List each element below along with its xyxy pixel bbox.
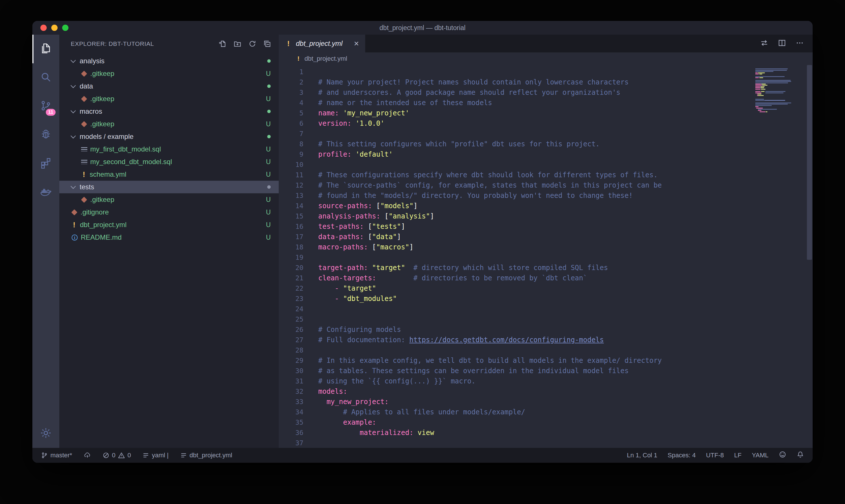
code-line-15[interactable]: 15analysis-paths: ["analysis"]	[279, 211, 813, 221]
line-number: 13	[279, 191, 318, 201]
tree-file-gitignore[interactable]: .gitignoreU	[59, 206, 279, 218]
code-line-36[interactable]: 36 materialized: view	[279, 428, 813, 438]
breadcrumb-file[interactable]: dbt_project.yml	[305, 55, 347, 62]
code-line-3[interactable]: 3# and underscores. A good package name …	[279, 87, 813, 98]
code-line-11[interactable]: 11# These configurations specify where d…	[279, 170, 813, 180]
tree-item-label: my_first_dbt_model.sql	[90, 145, 161, 153]
code-line-17[interactable]: 17data-paths: ["data"]	[279, 232, 813, 242]
code-line-12[interactable]: 12# The `source-paths` config, for examp…	[279, 180, 813, 191]
tree-folder-models-example[interactable]: models / example	[59, 130, 279, 143]
code-line-23[interactable]: 23 - "dbt_modules"	[279, 293, 813, 304]
publish-changes-button[interactable]	[84, 452, 91, 459]
tree-file-my-first-dbt-model-sql[interactable]: my_first_dbt_model.sqlU	[59, 143, 279, 156]
breadcrumb[interactable]: ! dbt_project.yml	[279, 52, 813, 65]
code-line-28[interactable]: 28	[279, 345, 813, 355]
code-line-29[interactable]: 29# In this example config, we tell dbt …	[279, 355, 813, 366]
code-line-27[interactable]: 27# Full documentation: https://docs.get…	[279, 335, 813, 345]
zoom-window-button[interactable]	[62, 25, 69, 31]
code-line-13[interactable]: 13# found in the "models/" directory. Yo…	[279, 191, 813, 201]
line-number: 10	[279, 160, 318, 170]
yaml-schema-status[interactable]: yaml |	[142, 452, 168, 459]
line-number: 21	[279, 273, 318, 283]
code-line-10[interactable]: 10	[279, 160, 813, 170]
tree-file-schema-yml[interactable]: !schema.ymlU	[59, 168, 279, 181]
tree-file-gitkeep[interactable]: .gitkeepU	[59, 118, 279, 130]
code-line-6[interactable]: 6version: '1.0.0'	[279, 118, 813, 129]
code-line-30[interactable]: 30# as tables. These settings can be ove…	[279, 366, 813, 376]
open-changes-icon[interactable]	[760, 39, 769, 48]
code-line-8[interactable]: 8# This setting configures which "profil…	[279, 139, 813, 149]
language-mode-status[interactable]: YAML	[752, 452, 769, 459]
activitybar-explorer[interactable]	[32, 35, 59, 63]
code-line-33[interactable]: 33 my_new_project:	[279, 397, 813, 407]
code-line-16[interactable]: 16test-paths: ["tests"]	[279, 221, 813, 232]
activitybar-debug[interactable]	[32, 121, 59, 149]
notifications-bell-icon[interactable]	[796, 451, 804, 460]
code-line-34[interactable]: 34 # Applies to all files under models/e…	[279, 407, 813, 417]
code-line-26[interactable]: 26# Configuring models	[279, 324, 813, 335]
feedback-smiley-icon[interactable]	[779, 451, 786, 460]
tree-file-readme-md[interactable]: iREADME.mdU	[59, 231, 279, 244]
list-selection-icon	[142, 452, 149, 459]
indentation-status[interactable]: Spaces: 4	[668, 452, 696, 459]
tab-dbt-project-yml[interactable]: ! dbt_project.yml ×	[279, 35, 365, 52]
code-line-31[interactable]: 31# using the `{{ config(...) }}` macro.	[279, 376, 813, 386]
close-window-button[interactable]	[40, 25, 47, 31]
tree-file-gitkeep[interactable]: .gitkeepU	[59, 193, 279, 206]
code-line-32[interactable]: 32models:	[279, 386, 813, 397]
code-line-19[interactable]: 19	[279, 252, 813, 263]
tree-item-label: schema.yml	[90, 170, 126, 178]
code-line-21[interactable]: 21clean-targets: # directories to be rem…	[279, 273, 813, 283]
cursor-position-status[interactable]: Ln 1, Col 1	[627, 452, 657, 459]
tree-file-gitkeep[interactable]: .gitkeepU	[59, 92, 279, 105]
code-line-35[interactable]: 35 example:	[279, 417, 813, 428]
new-file-icon[interactable]	[219, 40, 227, 48]
collapse-folders-icon[interactable]	[263, 40, 271, 48]
code-line-9[interactable]: 9profile: 'default'	[279, 149, 813, 160]
code-line-22[interactable]: 22 - "target"	[279, 283, 813, 293]
tab-close-icon[interactable]: ×	[354, 39, 359, 48]
warnings-icon	[118, 452, 125, 459]
tree-folder-tests[interactable]: tests	[59, 181, 279, 193]
line-number: 22	[279, 283, 318, 293]
new-folder-icon[interactable]	[233, 40, 241, 48]
git-status-badge: U	[266, 145, 271, 153]
tree-item-label: .gitignore	[80, 208, 109, 216]
code-line-18[interactable]: 18macro-paths: ["macros"]	[279, 242, 813, 252]
code-line-7[interactable]: 7	[279, 129, 813, 139]
code-line-5[interactable]: 5name: 'my_new_project'	[279, 108, 813, 118]
code-line-37[interactable]: 37	[279, 438, 813, 448]
eol-status[interactable]: LF	[734, 452, 742, 459]
activitybar-settings[interactable]	[32, 419, 59, 448]
line-number: 23	[279, 293, 318, 304]
encoding-status[interactable]: UTF-8	[706, 452, 724, 459]
tree-file-gitkeep[interactable]: .gitkeepU	[59, 67, 279, 80]
code-line-20[interactable]: 20target-path: "target" # directory whic…	[279, 263, 813, 273]
tree-file-dbt-project-yml[interactable]: !dbt_project.ymlU	[59, 218, 279, 231]
activitybar-extensions[interactable]	[32, 149, 59, 178]
minimap[interactable]	[755, 67, 804, 114]
tree-file-my-second-dbt-model-sql[interactable]: my_second_dbt_model.sqlU	[59, 156, 279, 168]
code-line-14[interactable]: 14source-paths: ["models"]	[279, 201, 813, 211]
minimize-window-button[interactable]	[51, 25, 58, 31]
scrollbar-thumb[interactable]	[807, 65, 812, 260]
line-number: 26	[279, 324, 318, 335]
split-editor-icon[interactable]	[778, 39, 786, 48]
tree-folder-analysis[interactable]: analysis	[59, 55, 279, 67]
problems-status[interactable]: 0 0	[103, 452, 131, 459]
more-actions-icon[interactable]	[795, 39, 804, 48]
tree-folder-macros[interactable]: macros	[59, 105, 279, 118]
code-line-1[interactable]: 1	[279, 67, 813, 77]
active-file-status[interactable]: dbt_project.yml	[180, 452, 232, 459]
code-line-25[interactable]: 25	[279, 314, 813, 324]
code-line-2[interactable]: 2# Name your project! Project names shou…	[279, 77, 813, 87]
activitybar-docker[interactable]	[32, 178, 59, 206]
tree-folder-data[interactable]: data	[59, 80, 279, 92]
branch-status[interactable]: master*	[41, 452, 72, 459]
git-status-badge: U	[266, 171, 271, 178]
refresh-icon[interactable]	[248, 40, 256, 48]
code-line-24[interactable]: 24	[279, 304, 813, 314]
code-line-4[interactable]: 4# name or the intended use of these mod…	[279, 98, 813, 108]
activitybar-search[interactable]	[32, 63, 59, 92]
activitybar-source-control[interactable]: 11	[32, 92, 59, 121]
